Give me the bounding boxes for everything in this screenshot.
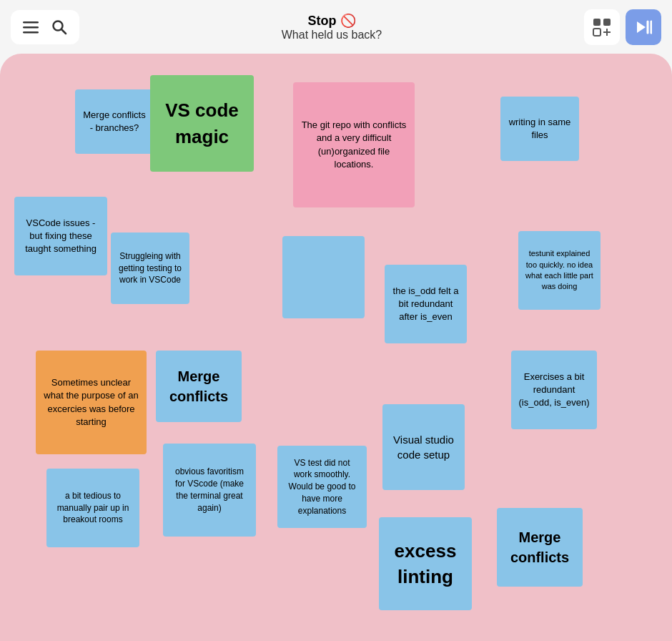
note-n12[interactable]: Exercises a bit redundant (is_odd, is_ev… (511, 351, 597, 429)
svg-rect-2 (23, 31, 39, 34)
note-n2[interactable]: VS code magic (150, 75, 254, 172)
menu-button[interactable] (19, 16, 42, 39)
note-n7[interactable] (282, 236, 365, 318)
play-icon (635, 19, 652, 36)
header-title: Stop 🚫 (282, 13, 382, 29)
note-n10[interactable]: Sometimes unclear what the purpose of an… (36, 351, 147, 454)
note-n14[interactable]: VS test did not work smoothly. Would be … (277, 446, 367, 528)
top-right-buttons (584, 9, 661, 45)
note-n5[interactable]: VSCode issues - but fixing these taught … (14, 197, 107, 275)
note-n11[interactable]: Merge conflicts (156, 351, 242, 422)
note-n6[interactable]: Struggleing with getting testing to work… (111, 233, 189, 304)
grid-icon (592, 17, 612, 37)
note-n18[interactable]: Merge conflicts (497, 508, 583, 587)
note-n15[interactable]: Visual studio code setup (382, 404, 465, 490)
stop-icon: 🚫 (340, 14, 356, 28)
header-center: Stop 🚫 What held us back? (282, 13, 382, 41)
main-canvas: Merge conflicts - branches?VS code magic… (0, 54, 672, 641)
note-n16[interactable]: a bit tedious to manually pair up in bre… (46, 469, 139, 547)
header-subtitle: What held us back? (282, 29, 382, 41)
top-left-buttons (11, 10, 79, 44)
top-bar: Stop 🚫 What held us back? (0, 0, 672, 54)
svg-rect-7 (593, 29, 601, 36)
svg-rect-6 (603, 19, 611, 26)
note-n13[interactable]: obvious favoritism for VScode (make the … (163, 444, 256, 537)
search-icon (51, 19, 67, 35)
note-n9[interactable]: testunit explained too quickly. no idea … (518, 231, 601, 310)
stop-label: Stop (307, 14, 336, 28)
svg-rect-1 (23, 26, 39, 29)
search-button[interactable] (48, 16, 71, 39)
note-n4[interactable]: writing in same files (500, 97, 579, 161)
note-n3[interactable]: The git repo with conflicts and a very d… (293, 82, 415, 207)
svg-rect-0 (23, 21, 39, 24)
svg-rect-5 (593, 19, 601, 26)
note-n1[interactable]: Merge conflicts - branches? (75, 89, 154, 154)
menu-icon (23, 19, 39, 35)
note-n17[interactable]: excess linting (379, 517, 472, 610)
grid-button[interactable] (584, 9, 620, 45)
play-button[interactable] (626, 9, 661, 45)
svg-line-4 (61, 29, 66, 34)
note-n8[interactable]: the is_odd felt a bit redundant after is… (385, 265, 467, 343)
